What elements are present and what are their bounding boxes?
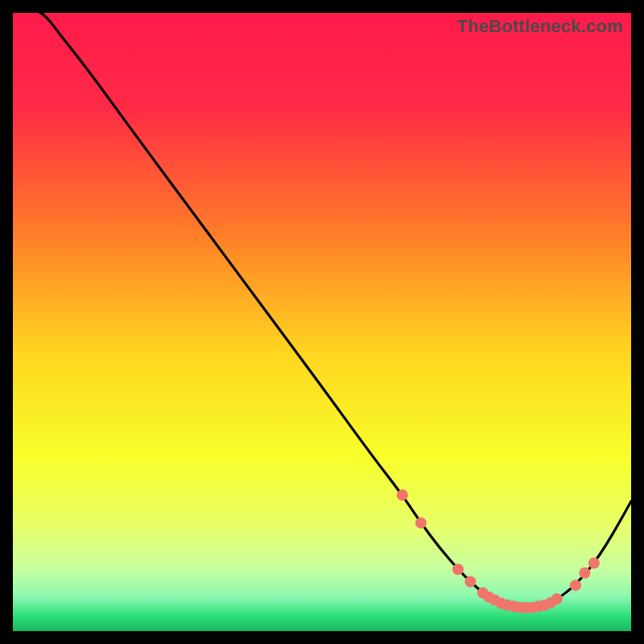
marker-dot <box>570 580 581 591</box>
marker-dot <box>551 593 563 605</box>
curve-line <box>13 13 631 608</box>
chart-overlay <box>13 13 631 631</box>
marker-dot <box>579 568 590 579</box>
marker-dot <box>415 518 427 529</box>
watermark-text: TheBottleneck.com <box>457 16 623 37</box>
marker-dot <box>588 558 600 569</box>
plot-area: TheBottleneck.com <box>13 13 631 631</box>
marker-dots <box>397 489 600 613</box>
marker-dot <box>464 576 476 588</box>
marker-dot <box>397 489 408 501</box>
marker-dot <box>452 564 464 575</box>
chart-frame: TheBottleneck.com <box>0 0 644 644</box>
